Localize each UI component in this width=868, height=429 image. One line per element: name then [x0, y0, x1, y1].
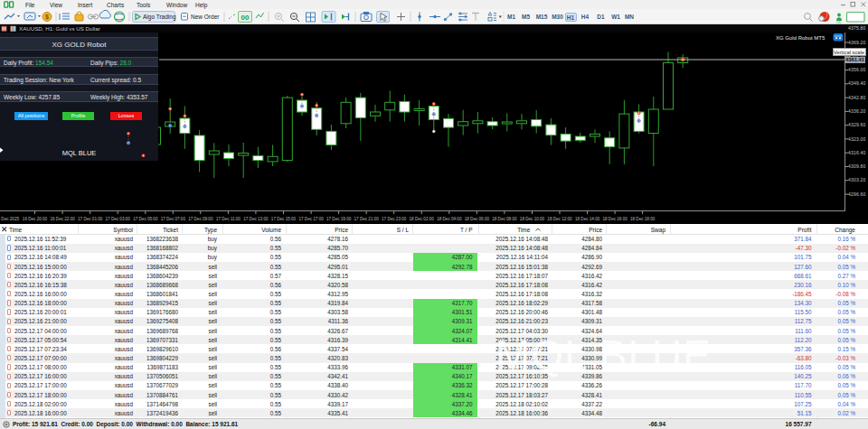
svg-text:LVL: LVL: [836, 21, 841, 24]
svg-text:00: 00: [241, 14, 250, 22]
svg-text:New Order: New Order: [191, 14, 220, 20]
svg-text:Algo Trading: Algo Trading: [143, 14, 176, 21]
svg-text:$: $: [45, 14, 49, 21]
